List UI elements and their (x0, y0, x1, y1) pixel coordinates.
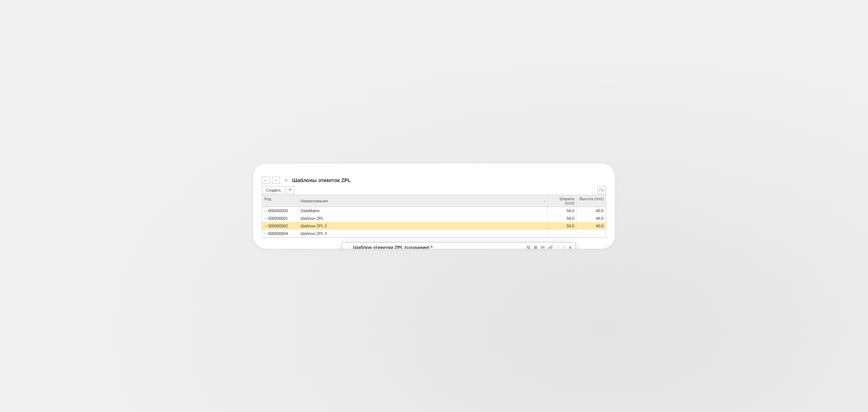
dialog-favorite-icon[interactable]: ☆ (347, 245, 352, 249)
row-marker-icon: – (264, 224, 267, 228)
row-marker-icon: – (264, 231, 267, 236)
row-marker-icon: – (264, 216, 267, 220)
template-dialog: ☆ Шаблон этикетки ZPL (создание) * 🖫 🖶 ▤… (342, 242, 575, 249)
col-width[interactable]: Ширина (mm) (548, 195, 577, 207)
row-marker-icon: – (264, 209, 267, 213)
print-icon[interactable]: 🖶 (533, 245, 538, 249)
save-icon[interactable]: 🖫 (526, 245, 531, 249)
nav-back-button[interactable]: ← (262, 177, 270, 184)
col-height[interactable]: Высота (mm) (577, 195, 606, 207)
report-icon[interactable]: ▤ (541, 245, 545, 249)
app-window: ← → ★ Шаблоны этикеток ZPL Создать ⟳ По … (253, 164, 615, 249)
close-icon[interactable]: ✕ (569, 245, 572, 249)
table-header: Код Наименование ↓ Ширина (mm) Высота (m… (262, 195, 606, 207)
nav-forward-button[interactable]: → (272, 177, 280, 184)
dialog-titlebar: ☆ Шаблон этикетки ZPL (создание) * 🖫 🖶 ▤… (342, 243, 575, 249)
maximize-icon[interactable]: □ (563, 245, 566, 249)
sort-indicator-icon: ↓ (544, 199, 546, 203)
col-name[interactable]: Наименование ↓ (298, 195, 548, 207)
table-row[interactable]: –000000004Шаблон ZPL 3 (262, 230, 606, 237)
col-code[interactable]: Код (262, 195, 298, 207)
table-body: –000000003DataMatrix58.040.0–000000001Ша… (262, 207, 606, 237)
menu-icon[interactable]: ⋮ (556, 245, 560, 249)
search-button[interactable]: По (597, 186, 606, 194)
list-toolbar: Создать ⟳ По (262, 186, 606, 194)
dialog-title: Шаблон этикетки ZPL (создание) * (353, 245, 526, 249)
link-icon[interactable]: 🔗 (548, 245, 553, 249)
refresh-button[interactable]: ⟳ (286, 186, 294, 194)
favorite-icon[interactable]: ★ (284, 177, 289, 184)
table-row[interactable]: –000000001Шаблон ZPL58.048.0 (262, 215, 606, 222)
nav-bar: ← → ★ Шаблоны этикеток ZPL (262, 177, 606, 184)
table-row[interactable]: –000000002Шаблон ZPL 258.040.0 (262, 222, 606, 230)
table-row[interactable]: –000000003DataMatrix58.040.0 (262, 207, 606, 215)
templates-table: Код Наименование ↓ Ширина (mm) Высота (m… (262, 195, 606, 238)
page-title: Шаблоны этикеток ZPL (292, 177, 351, 183)
create-button[interactable]: Создать (262, 186, 285, 194)
